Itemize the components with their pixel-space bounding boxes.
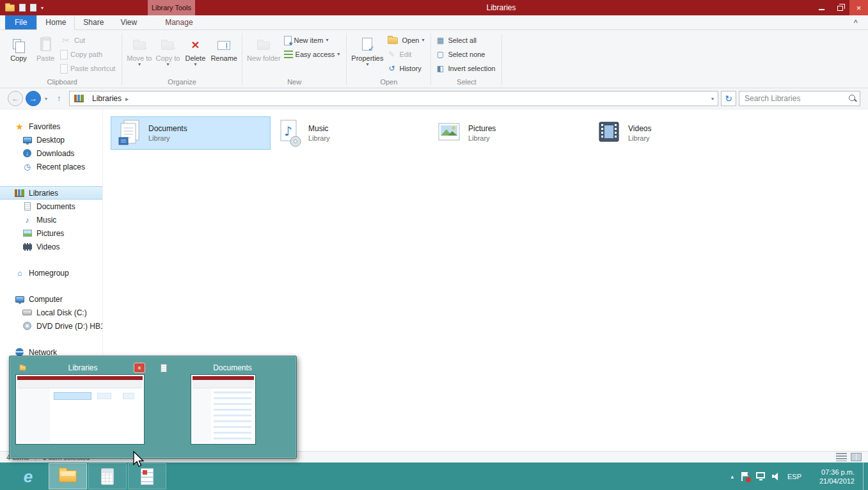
sidebar-label: Music xyxy=(36,216,56,225)
sidebar-item-downloads[interactable]: ↓ Downloads xyxy=(0,146,102,160)
taskbar-file-explorer[interactable] xyxy=(49,463,87,489)
copy-path-button[interactable]: Copy path xyxy=(59,47,119,61)
open-button[interactable]: Open ▾ xyxy=(385,33,428,47)
sidebar-item-documents[interactable]: Documents xyxy=(0,200,102,213)
large-icons-view-button[interactable] xyxy=(851,453,862,461)
tab-file[interactable]: File xyxy=(5,15,36,29)
edit-button[interactable]: ✎ Edit xyxy=(385,47,428,61)
volume-icon[interactable] xyxy=(772,472,780,480)
copy-to-button[interactable]: → Copy to ▾ xyxy=(154,33,182,68)
properties-button[interactable]: ✓ Properties ▾ xyxy=(349,33,385,68)
cut-button[interactable]: ✂ Cut xyxy=(59,33,119,47)
close-preview-button[interactable]: × xyxy=(134,363,145,373)
minimize-button[interactable] xyxy=(812,0,831,15)
library-tools-contextual-header[interactable]: Library Tools xyxy=(148,0,195,15)
history-button[interactable]: ↺ History xyxy=(385,61,428,75)
easy-access-button[interactable]: Easy access ▾ xyxy=(283,47,344,61)
preview-thumbnail-libraries[interactable] xyxy=(16,375,144,444)
close-button[interactable]: × xyxy=(849,0,868,15)
up-icon: ↑ xyxy=(57,94,61,103)
edit-label: Edit xyxy=(399,51,411,58)
rename-button[interactable]: Rename xyxy=(209,33,239,63)
navigation-bar: ← → ▾ ↑ Libraries ▸ ▾ ↻ xyxy=(0,88,868,109)
sidebar-item-local-disk-c[interactable]: Local Disk (C:) xyxy=(0,306,102,319)
sidebar-item-music[interactable]: ♪ Music xyxy=(0,213,102,226)
minimize-icon xyxy=(819,9,825,10)
preview-card-libraries[interactable]: Libraries × xyxy=(16,361,146,454)
minimize-ribbon-chevron-icon[interactable]: ^ xyxy=(854,19,858,26)
move-to-dropdown-icon: ▾ xyxy=(138,62,141,67)
rename-icon xyxy=(217,41,230,50)
library-name: Videos xyxy=(628,124,651,133)
address-bar[interactable]: Libraries ▸ ▾ xyxy=(69,91,718,106)
select-all-button[interactable]: ▦ Select all xyxy=(434,33,499,47)
action-center-flag-icon[interactable] xyxy=(741,472,749,481)
move-to-button[interactable]: → Move to ▾ xyxy=(125,33,154,68)
forward-button[interactable]: → xyxy=(26,91,41,106)
computer-icon xyxy=(14,294,25,304)
breadcrumb-arrow-icon[interactable]: ▸ xyxy=(125,95,129,102)
taskbar-calculator[interactable] xyxy=(88,463,127,489)
sidebar-label: Recent places xyxy=(36,162,85,171)
library-tile-music[interactable]: ♪ Music Library xyxy=(271,116,430,150)
taskbar-internet-explorer[interactable]: e xyxy=(9,463,47,489)
restore-button[interactable] xyxy=(831,0,849,15)
qat-button-icon[interactable] xyxy=(19,4,26,12)
refresh-button[interactable]: ↻ xyxy=(721,91,736,106)
sidebar-item-libraries[interactable]: Libraries xyxy=(0,186,102,200)
tab-manage[interactable]: Manage xyxy=(157,15,201,29)
library-tile-videos[interactable]: Videos Library xyxy=(590,116,750,150)
address-dropdown-icon[interactable]: ▾ xyxy=(711,96,714,102)
paste-button[interactable]: Paste xyxy=(32,33,59,63)
easy-access-label: Easy access xyxy=(296,51,335,58)
documents-library-icon xyxy=(115,118,143,148)
details-view-button[interactable] xyxy=(836,453,847,461)
copy-button[interactable]: Copy xyxy=(5,33,32,63)
library-type: Library xyxy=(628,134,651,142)
sidebar-item-desktop[interactable]: Desktop xyxy=(0,133,102,146)
sidebar-item-favorites[interactable]: ★ Favorites xyxy=(0,120,102,133)
close-icon: × xyxy=(138,365,141,372)
new-item-button[interactable]: ★ New item ▾ xyxy=(283,33,344,47)
qat-button-icon[interactable] xyxy=(30,4,36,12)
sidebar-label: Favorites xyxy=(29,122,60,131)
tab-share[interactable]: Share xyxy=(75,15,112,29)
sidebar-item-homegroup[interactable]: ⌂ Homegroup xyxy=(0,266,102,280)
sidebar-item-videos[interactable]: Videos xyxy=(0,240,102,253)
network-tray-icon[interactable] xyxy=(756,472,765,478)
search-input[interactable] xyxy=(745,94,848,103)
rename-label: Rename xyxy=(210,54,237,62)
search-icon[interactable] xyxy=(848,94,857,103)
sidebar-item-dvd-drive-d[interactable]: DVD Drive (D:) HB1_ xyxy=(0,319,102,333)
new-folder-button[interactable]: New folder xyxy=(245,33,283,63)
back-button[interactable]: ← xyxy=(8,91,23,106)
show-desktop-button[interactable] xyxy=(863,462,868,490)
library-tile-pictures[interactable]: Pictures Library xyxy=(430,116,590,150)
open-label: Open xyxy=(402,36,419,44)
tab-home[interactable]: Home xyxy=(36,15,75,30)
paste-shortcut-button[interactable]: Paste shortcut xyxy=(59,61,119,75)
sidebar-item-recent-places[interactable]: ◷ Recent places xyxy=(0,160,102,173)
sidebar-item-pictures[interactable]: Pictures xyxy=(0,226,102,240)
sidebar-item-computer[interactable]: Computer xyxy=(0,292,102,306)
clock[interactable]: 07:36 p.m. 21/04/2012 xyxy=(809,468,855,486)
document-icon xyxy=(158,363,169,373)
breadcrumb-libraries[interactable]: Libraries xyxy=(92,94,122,103)
music-note-icon: ♪ xyxy=(22,215,33,225)
language-indicator[interactable]: ESP xyxy=(787,473,801,480)
tab-view[interactable]: View xyxy=(112,15,145,29)
select-none-button[interactable]: ▢ Select none xyxy=(434,47,499,61)
delete-button[interactable]: × Delete ▾ xyxy=(182,33,209,68)
preview-card-documents[interactable]: Documents xyxy=(157,361,290,454)
qat-customize-dropdown-icon[interactable]: ▾ xyxy=(41,5,43,11)
library-tile-documents[interactable]: Documents Library xyxy=(111,116,271,150)
up-button[interactable]: ↑ xyxy=(51,91,67,106)
music-library-icon: ♪ xyxy=(275,118,303,148)
preview-thumbnail-documents[interactable] xyxy=(191,375,255,444)
system-tray: ▴ ESP 07:36 p.m. 21/04/2012 xyxy=(730,462,868,490)
downloads-icon: ↓ xyxy=(22,148,33,158)
recent-locations-dropdown-icon[interactable]: ▾ xyxy=(43,96,49,102)
invert-selection-button[interactable]: ◧ Invert selection xyxy=(434,61,499,75)
library-type: Library xyxy=(468,134,496,142)
show-hidden-icons-chevron[interactable]: ▴ xyxy=(730,473,734,480)
